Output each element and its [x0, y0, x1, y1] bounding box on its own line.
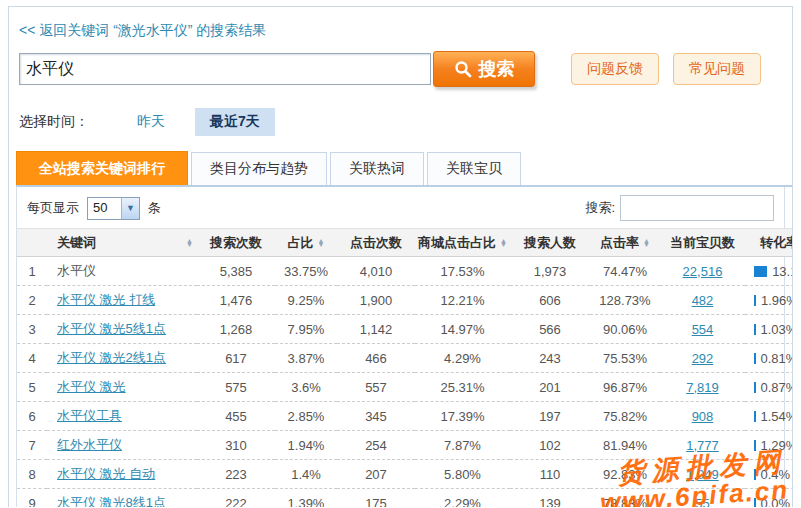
- rank-cell: 3: [17, 315, 47, 344]
- table-row: 4水平仪 激光2线1点6173.87%4664.29%24375.53%2920…: [17, 344, 793, 373]
- item-count-cell: 1,049: [660, 460, 745, 489]
- mall-click-share-cell: 4.29%: [415, 344, 510, 373]
- item-count-link[interactable]: 7,819: [686, 380, 719, 395]
- ctr-cell: 75.53%: [590, 344, 660, 373]
- conversion-value: 13.15%: [772, 264, 793, 279]
- keyword-cell: 水平仪 激光: [47, 373, 197, 402]
- back-to-keyword-link[interactable]: << 返回关键词 “激光水平仪” 的搜索结果: [19, 22, 266, 40]
- clicks-cell: 175: [337, 489, 415, 508]
- keyword-link[interactable]: 水平仪 激光: [57, 379, 126, 394]
- searchers-cell: 197: [510, 402, 590, 431]
- column-label: 点击率: [600, 234, 639, 252]
- item-count-link[interactable]: 554: [692, 322, 714, 337]
- conversion-value: 1.96%: [761, 293, 793, 308]
- column-header-8[interactable]: 转化率▲▼: [745, 229, 793, 257]
- item-count-link[interactable]: 908: [692, 409, 714, 424]
- chevron-down-icon[interactable]: ▼: [121, 198, 139, 219]
- rank-cell: 9: [17, 489, 47, 508]
- search-count-cell: 5,385: [197, 257, 275, 286]
- item-count-cell: 55: [660, 489, 745, 508]
- sort-icon[interactable]: ▲▼: [318, 239, 325, 247]
- item-count-cell: 292: [660, 344, 745, 373]
- per-page-label: 每页显示: [27, 199, 79, 217]
- keyword-link[interactable]: 水平仪 激光 打线: [57, 292, 155, 307]
- item-count-link[interactable]: 22,516: [683, 264, 723, 279]
- column-header-0[interactable]: 关键词▲▼: [47, 229, 197, 257]
- conversion-value: 0.87%: [761, 380, 794, 395]
- clicks-cell: 557: [337, 373, 415, 402]
- keyword-cell: 水平仪 激光5线1点: [47, 315, 197, 344]
- searchers-cell: 243: [510, 344, 590, 373]
- tab-1[interactable]: 类目分布与趋势: [191, 152, 327, 185]
- search-count-cell: 310: [197, 431, 275, 460]
- keyword-search-input[interactable]: [19, 53, 431, 85]
- conversion-value: 0.4%: [761, 467, 791, 482]
- column-header-2[interactable]: 占比▲▼: [275, 229, 337, 257]
- table-row: 9水平仪 激光8线1点2221.39%1752.29%13978.83%550.…: [17, 489, 793, 508]
- feedback-button[interactable]: 问题反馈: [571, 53, 659, 85]
- keyword-link[interactable]: 水平仪 激光8线1点: [57, 495, 166, 507]
- column-label: 搜索次数: [210, 234, 262, 252]
- time-option-yesterday[interactable]: 昨天: [137, 113, 165, 131]
- conversion-cell: 1.96%: [745, 286, 793, 315]
- rank-cell: 7: [17, 431, 47, 460]
- item-count-cell: 908: [660, 402, 745, 431]
- table-search-input[interactable]: [620, 195, 774, 221]
- ctr-cell: 128.73%: [590, 286, 660, 315]
- column-label: 商城点击占比: [418, 234, 496, 252]
- item-count-link[interactable]: 292: [692, 351, 714, 366]
- item-count-link[interactable]: 482: [692, 293, 714, 308]
- sort-icon[interactable]: ▲▼: [186, 239, 193, 247]
- keyword-link[interactable]: 水平仪 激光2线1点: [57, 350, 166, 365]
- table-search: 搜索:: [585, 195, 774, 221]
- ctr-cell: 74.47%: [590, 257, 660, 286]
- keyword-cell: 水平仪: [47, 257, 197, 286]
- tab-0[interactable]: 全站搜索关键词排行: [16, 151, 188, 185]
- keyword-link[interactable]: 水平仪 激光5线1点: [57, 321, 166, 336]
- rank-cell: 2: [17, 286, 47, 315]
- conversion-cell: 1.54%: [745, 402, 793, 431]
- tab-bar: 全站搜索关键词排行类目分布与趋势关联热词关联宝贝: [16, 151, 792, 187]
- clicks-cell: 207: [337, 460, 415, 489]
- keyword-link[interactable]: 水平仪工具: [57, 408, 122, 423]
- ctr-cell: 75.82%: [590, 402, 660, 431]
- conversion-cell: 0.4%: [745, 460, 793, 489]
- ctr-cell: 90.06%: [590, 315, 660, 344]
- faq-button[interactable]: 常见问题: [673, 53, 761, 85]
- mall-click-share-cell: 17.53%: [415, 257, 510, 286]
- item-count-link[interactable]: 1,049: [686, 467, 719, 482]
- conversion-value: 1.54%: [761, 409, 793, 424]
- clicks-cell: 1,900: [337, 286, 415, 315]
- column-header-6[interactable]: 点击率▲▼: [590, 229, 660, 257]
- searchers-cell: 1,973: [510, 257, 590, 286]
- sort-icon[interactable]: ▲▼: [643, 239, 650, 247]
- keyword-link[interactable]: 红外水平仪: [57, 437, 122, 452]
- item-count-link[interactable]: 55: [695, 496, 709, 508]
- clicks-cell: 1,142: [337, 315, 415, 344]
- keyword-link[interactable]: 水平仪 激光 自动: [57, 466, 155, 481]
- mall-click-share-cell: 12.21%: [415, 286, 510, 315]
- clicks-cell: 4,010: [337, 257, 415, 286]
- item-count-cell: 7,819: [660, 373, 745, 402]
- sort-icon[interactable]: ▲▼: [500, 239, 507, 247]
- conversion-bar: [754, 266, 767, 277]
- column-header-1: 搜索次数: [197, 229, 275, 257]
- column-header-5: 搜索人数: [510, 229, 590, 257]
- item-count-link[interactable]: 1,777: [686, 438, 719, 453]
- keyword-table: 关键词▲▼搜索次数占比▲▼点击次数商城点击占比▲▼搜索人数点击率▲▼当前宝贝数转…: [17, 228, 793, 507]
- tab-2[interactable]: 关联热词: [330, 152, 424, 185]
- column-header-inner: 点击率▲▼: [590, 234, 660, 252]
- table-row: 6水平仪工具4552.85%34517.39%19775.82%9081.54%…: [17, 402, 793, 431]
- column-header-inner: 占比▲▼: [275, 234, 337, 252]
- share-cell: 1.4%: [275, 460, 337, 489]
- search-button[interactable]: 搜索: [433, 51, 535, 87]
- column-label: 点击次数: [350, 234, 402, 252]
- clicks-cell: 345: [337, 402, 415, 431]
- column-header-inner: 当前宝贝数: [660, 234, 745, 252]
- column-header-4[interactable]: 商城点击占比▲▼: [415, 229, 510, 257]
- time-option-last7days[interactable]: 最近7天: [195, 108, 275, 136]
- table-body: 1水平仪5,38533.75%4,01017.53%1,97374.47%22,…: [17, 257, 793, 508]
- per-page-select[interactable]: 50 ▼: [87, 197, 140, 220]
- search-count-cell: 575: [197, 373, 275, 402]
- tab-3[interactable]: 关联宝贝: [427, 152, 521, 185]
